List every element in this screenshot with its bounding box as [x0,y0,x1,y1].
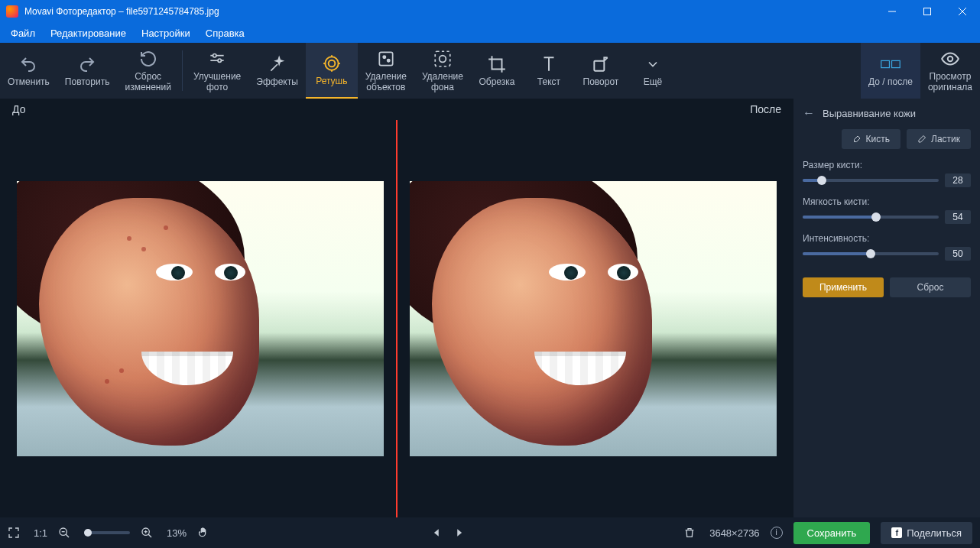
minimize-button[interactable] [875,0,910,23]
menu-edit[interactable]: Редактирование [43,24,134,42]
svg-rect-17 [892,60,900,67]
enhance-button[interactable]: Улучшение фото [186,43,248,99]
nav-arrows [432,527,464,538]
after-label: После [750,103,781,115]
canvas-body[interactable] [0,120,793,517]
tab-eraser[interactable]: Ластик [907,129,971,149]
fullscreen-icon[interactable] [8,527,23,539]
tab-brush[interactable]: Кисть [842,129,900,149]
compare-divider[interactable] [396,120,398,517]
panel-title: Выравнивание кожи [823,108,916,119]
window-title: Movavi Фоторедактор – file5971245784785.… [24,6,875,17]
save-button[interactable]: Сохранить [793,522,871,544]
apply-button[interactable]: Применить [803,277,884,297]
retouch-icon [322,54,342,73]
next-arrow-icon[interactable] [453,527,464,538]
before-after-button[interactable]: До / после [861,43,920,99]
svg-point-6 [213,54,216,57]
svg-rect-13 [435,52,450,67]
remove-bg-button[interactable]: Удаление фона [414,43,471,99]
crop-button[interactable]: Обрезка [471,43,523,99]
window-controls [875,0,980,23]
zoom-in-icon[interactable] [141,527,156,539]
text-icon [539,54,559,74]
undo-button[interactable]: Отменить [0,43,57,99]
rotate-icon [591,54,611,74]
redo-icon [77,54,97,74]
brush-icon [852,135,862,144]
svg-rect-15 [594,61,604,71]
prev-arrow-icon[interactable] [432,527,443,538]
facebook-icon: f [891,527,902,538]
before-label: До [12,103,25,115]
before-after-icon [881,54,900,74]
view-original-button[interactable]: Просмотр оригинала [920,43,980,99]
app-icon [6,5,18,18]
fit-label[interactable]: 1:1 [34,527,47,539]
retouch-button[interactable]: Ретушь [306,43,358,99]
redo-button[interactable]: Повторить [57,43,118,99]
svg-point-9 [329,60,336,67]
reset-icon [138,49,158,69]
more-button[interactable]: Ещё [627,43,679,99]
close-button[interactable] [945,0,980,23]
menubar: Файл Редактирование Настройки Справка [0,23,980,43]
menu-help[interactable]: Справка [198,24,252,42]
separator [182,50,183,91]
chevron-down-icon [643,54,663,74]
enhance-icon [207,49,227,69]
menu-file[interactable]: Файл [3,24,43,42]
slider-track[interactable] [803,216,939,219]
hand-icon[interactable] [197,527,213,539]
effects-button[interactable]: Эффекты [248,43,306,99]
svg-point-14 [440,56,446,63]
image-dim: 3648×2736 [709,527,759,539]
remove-objects-button[interactable]: Удаление объектов [358,43,414,99]
svg-line-20 [66,534,69,537]
zoom-slider[interactable] [84,531,130,534]
trash-icon[interactable] [683,527,699,539]
before-image [17,181,384,456]
canvas-area: До После [0,99,793,517]
undo-icon [18,54,38,74]
svg-point-7 [218,59,221,62]
zoom-out-icon[interactable] [58,527,73,539]
maximize-button[interactable] [910,0,945,23]
remove-bg-icon [433,49,453,69]
svg-rect-10 [379,53,392,66]
back-arrow-icon[interactable]: ← [803,106,815,120]
slider-track[interactable] [803,252,939,255]
text-button[interactable]: Текст [523,43,575,99]
slider-brush-soft: Мягкость кисти: 54 [803,196,971,224]
info-icon[interactable]: i [771,527,783,539]
svg-point-8 [325,57,338,70]
eraser-icon [917,135,926,144]
effects-icon [268,54,287,74]
eye-icon [940,49,960,69]
toolbar: Отменить Повторить Сброс изменений Улучш… [0,43,980,99]
side-panel: ← Выравнивание кожи Кисть Ластик Размер … [793,99,980,517]
svg-rect-16 [881,60,890,67]
svg-line-23 [148,534,151,537]
rotate-button[interactable]: Поворот [575,43,627,99]
menu-settings[interactable]: Настройки [134,24,198,42]
svg-point-18 [948,57,953,62]
svg-point-12 [387,60,389,62]
titlebar: Movavi Фоторедактор – file5971245784785.… [0,0,980,23]
canvas-header: До После [0,99,793,120]
svg-point-11 [383,57,385,59]
slider-value: 28 [945,173,971,187]
crop-icon [487,54,507,74]
slider-brush-size: Размер кисти: 28 [803,160,971,187]
slider-value: 50 [945,247,971,261]
reset-button[interactable]: Сброс изменений [117,43,178,99]
slider-track[interactable] [803,179,939,182]
remove-objects-icon [376,49,396,69]
zoom-pct: 13% [167,527,187,539]
slider-intensity: Интенсивность: 50 [803,233,971,261]
reset-panel-button[interactable]: Сброс [890,277,971,297]
slider-value: 54 [945,210,971,224]
svg-rect-1 [924,8,931,15]
share-button[interactable]: f Поделиться [881,522,972,544]
after-image [410,181,777,456]
